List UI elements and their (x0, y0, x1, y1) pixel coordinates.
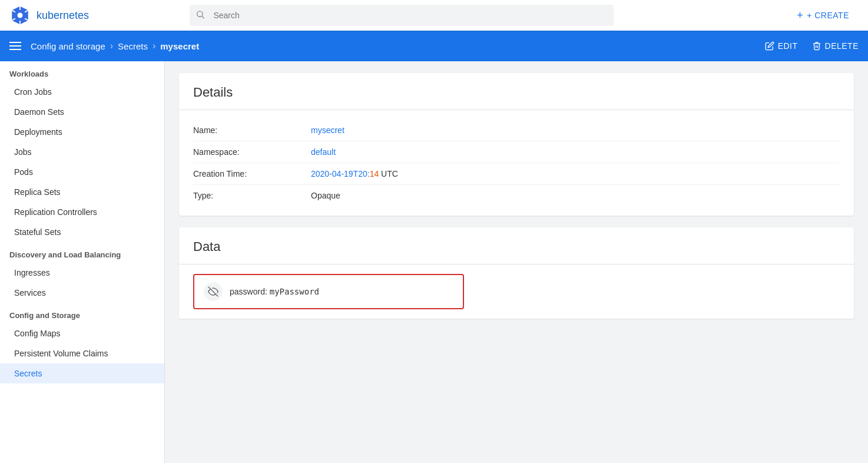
svg-line-10 (202, 16, 204, 19)
kubernetes-logo-icon (9, 5, 31, 26)
detail-row-name: Name: mysecret (193, 120, 840, 141)
pencil-icon (765, 41, 774, 51)
sidebar-item-jobs[interactable]: Jobs (0, 142, 164, 162)
breadcrumb-actions: EDIT DELETE (765, 41, 859, 51)
sidebar-section-workloads: Workloads (0, 61, 164, 82)
breadcrumb-secrets[interactable]: Secrets (118, 41, 148, 51)
data-card: Data password: myPassword (179, 227, 854, 319)
detail-row-namespace: Namespace: default (193, 141, 840, 163)
main-content: Details Name: mysecret Namespace: defaul… (165, 61, 868, 463)
sidebar-item-stateful-sets[interactable]: Stateful Sets (0, 222, 164, 242)
secret-data-item: password: myPassword (193, 274, 464, 309)
sidebar-item-secrets[interactable]: Secrets (0, 363, 164, 383)
sidebar-item-pvc[interactable]: Persistent Volume Claims (0, 343, 164, 363)
secret-key: password (230, 287, 265, 296)
sidebar-item-cron-jobs[interactable]: Cron Jobs (0, 82, 164, 102)
breadcrumb-current: mysecret (160, 41, 199, 51)
detail-value-type: Opaque (311, 191, 340, 200)
logo-text: kubernetes (37, 9, 89, 22)
data-card-body: password: myPassword (179, 264, 854, 319)
detail-label-creation-time: Creation Time: (193, 169, 311, 178)
detail-row-creation-time: Creation Time: 2020-04-19T20:14 UTC (193, 163, 840, 185)
breadcrumb-sep-2: › (153, 41, 155, 51)
visibility-off-svg (208, 286, 218, 297)
create-button[interactable]: + + CREATE (787, 5, 859, 27)
eye-off-icon[interactable] (204, 282, 223, 301)
sidebar-item-pods[interactable]: Pods (0, 162, 164, 182)
sidebar-item-config-maps[interactable]: Config Maps (0, 323, 164, 343)
sidebar-item-services[interactable]: Services (0, 283, 164, 303)
svg-point-9 (197, 11, 203, 16)
svg-point-2 (18, 13, 23, 18)
sidebar-item-deployments[interactable]: Deployments (0, 122, 164, 142)
detail-row-type: Type: Opaque (193, 185, 840, 206)
sidebar-item-ingresses[interactable]: Ingresses (0, 263, 164, 283)
secret-data-text: password: myPassword (230, 287, 319, 296)
edit-label: EDIT (778, 41, 798, 51)
main-layout: Workloads Cron Jobs Daemon Sets Deployme… (0, 61, 868, 463)
details-table: Name: mysecret Namespace: default Creati… (179, 110, 854, 216)
detail-label-name: Name: (193, 125, 311, 135)
detail-label-namespace: Namespace: (193, 147, 311, 157)
sidebar-item-replication-controllers[interactable]: Replication Controllers (0, 202, 164, 222)
search-bar (190, 5, 614, 26)
delete-label: DELETE (825, 41, 859, 51)
detail-value-name: mysecret (311, 125, 344, 135)
search-input[interactable] (190, 5, 614, 26)
trash-icon (812, 41, 821, 51)
logo[interactable]: kubernetes (9, 5, 89, 26)
details-card: Details Name: mysecret Namespace: defaul… (179, 73, 854, 216)
breadcrumb-config-storage[interactable]: Config and storage (31, 41, 105, 51)
secret-value: myPassword (270, 287, 319, 296)
creation-time-prefix: 2020-04-19T20: (311, 169, 370, 178)
detail-value-namespace: default (311, 147, 336, 157)
sidebar-item-replica-sets[interactable]: Replica Sets (0, 182, 164, 202)
create-plus-icon: + (797, 9, 803, 22)
creation-time-suffix: UTC (379, 169, 398, 178)
creation-time-highlight: 14 (370, 169, 379, 178)
menu-icon[interactable] (9, 42, 21, 50)
delete-button[interactable]: DELETE (812, 41, 859, 51)
data-title: Data (179, 227, 854, 264)
search-icon (196, 10, 205, 21)
sidebar-section-config-storage: Config and Storage (0, 303, 164, 323)
sidebar-section-discovery: Discovery and Load Balancing (0, 242, 164, 263)
detail-value-creation-time: 2020-04-19T20:14 UTC (311, 169, 398, 178)
breadcrumb-bar: Config and storage › Secrets › mysecret … (0, 31, 868, 61)
breadcrumb-sep-1: › (110, 41, 113, 51)
sidebar: Workloads Cron Jobs Daemon Sets Deployme… (0, 61, 165, 463)
details-title: Details (179, 73, 854, 110)
create-label: + CREATE (807, 11, 849, 20)
top-nav: kubernetes + + CREATE (0, 0, 868, 31)
detail-label-type: Type: (193, 191, 311, 200)
edit-button[interactable]: EDIT (765, 41, 798, 51)
sidebar-item-daemon-sets[interactable]: Daemon Sets (0, 102, 164, 122)
